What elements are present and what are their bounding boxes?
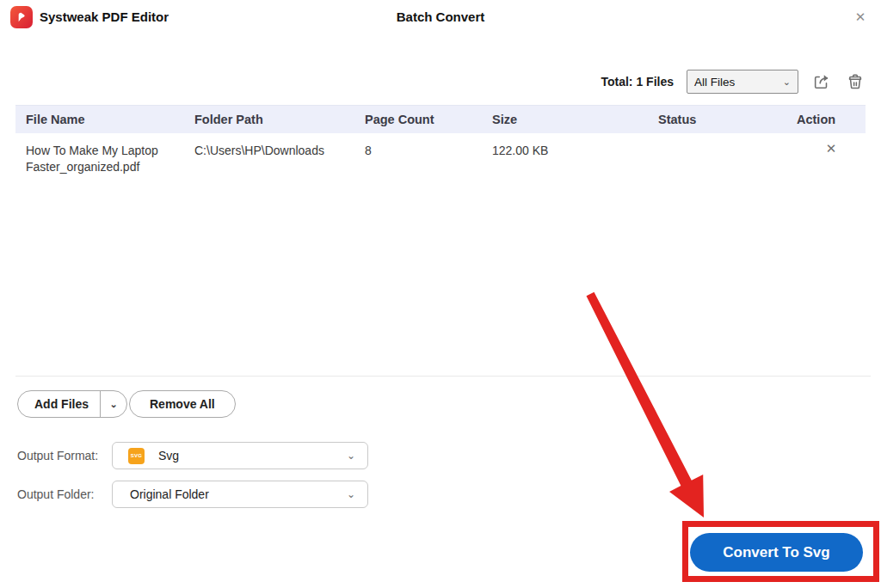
convert-button-label: Convert To Svg — [723, 544, 829, 561]
cell-folder-path: C:\Users\HP\Downloads — [194, 133, 365, 175]
convert-to-svg-button[interactable]: Convert To Svg — [690, 533, 863, 572]
total-suffix: Files — [646, 75, 674, 89]
col-header-page-count: Page Count — [365, 106, 492, 133]
cell-status — [658, 133, 797, 175]
chevron-down-icon: ⌄ — [783, 77, 791, 88]
section-divider — [15, 376, 871, 377]
title-bar: Systweak PDF Editor Batch Convert ✕ — [0, 0, 881, 34]
page-title: Batch Convert — [0, 0, 881, 34]
close-icon[interactable]: ✕ — [845, 2, 876, 33]
export-icon[interactable] — [811, 71, 832, 92]
file-filter-select[interactable]: All Files ⌄ — [687, 70, 798, 94]
add-files-button[interactable]: Add Files ⌄ — [17, 390, 127, 418]
toolbar: Total: 1 Files All Files ⌄ — [601, 69, 866, 95]
chevron-down-icon: ⌄ — [347, 450, 355, 462]
output-folder-dropdown[interactable]: Original Folder ⌄ — [112, 481, 368, 508]
file-filter-value: All Files — [694, 76, 735, 89]
output-format-value: Svg — [158, 449, 179, 462]
table-header-row: File Name Folder Path Page Count Size St… — [15, 105, 866, 133]
trash-icon[interactable] — [845, 71, 866, 92]
total-count: 1 — [636, 75, 643, 89]
col-header-status: Status — [658, 106, 797, 133]
table-row: How To Make My Laptop Faster_organized.p… — [15, 133, 866, 175]
cell-file-name: How To Make My Laptop Faster_organized.p… — [15, 133, 194, 175]
cell-page-count: 8 — [365, 133, 492, 175]
cell-size: 122.00 KB — [492, 133, 658, 175]
chevron-down-icon: ⌄ — [347, 488, 355, 500]
col-header-file-name: File Name — [15, 106, 194, 133]
add-files-label: Add Files — [18, 391, 100, 417]
output-format-dropdown[interactable]: SVG Svg ⌄ — [112, 442, 368, 469]
remove-all-button[interactable]: Remove All — [129, 390, 236, 418]
col-header-folder-path: Folder Path — [194, 106, 365, 133]
row-remove-icon[interactable]: ✕ — [797, 133, 866, 175]
output-folder-value: Original Folder — [113, 487, 209, 501]
remove-all-label: Remove All — [150, 397, 215, 411]
total-label: Total: — [601, 75, 632, 89]
col-header-action: Action — [797, 106, 866, 133]
output-format-label: Output Format: — [17, 442, 98, 469]
total-files-label: Total: 1 Files — [601, 75, 674, 89]
batch-convert-window: Systweak PDF Editor Batch Convert ✕ Tota… — [0, 0, 881, 588]
output-folder-label: Output Folder: — [17, 481, 95, 508]
add-files-dropdown-chevron-icon[interactable]: ⌄ — [100, 391, 126, 417]
col-header-size: Size — [492, 106, 658, 133]
svg-format-icon: SVG — [128, 448, 145, 464]
files-table: File Name Folder Path Page Count Size St… — [15, 105, 866, 175]
